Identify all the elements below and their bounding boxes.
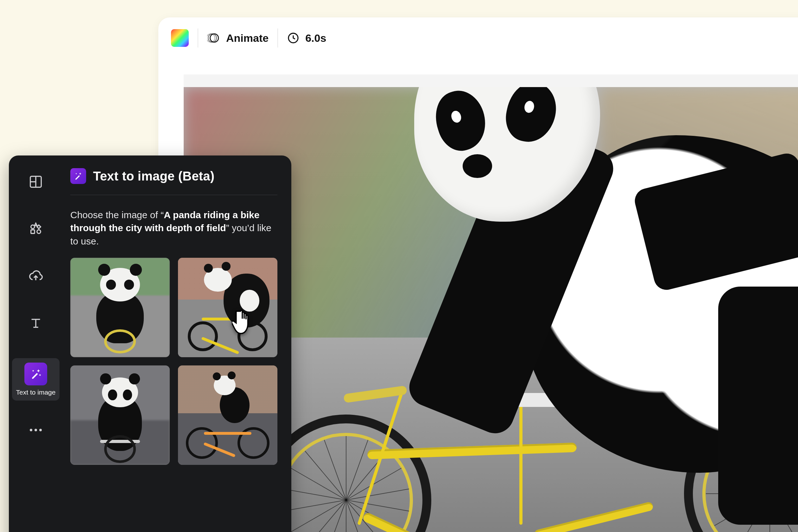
rail-item-templates[interactable] (12, 170, 59, 197)
rail-item-uploads[interactable] (12, 264, 59, 291)
templates-icon (28, 174, 43, 189)
color-picker-button[interactable] (171, 29, 189, 47)
side-panel: Text to image Text to image ( (9, 155, 291, 532)
rail-item-text[interactable] (12, 311, 59, 338)
instruction-text: Choose the image of “A panda riding a bi… (70, 208, 278, 248)
svg-point-7 (37, 230, 40, 234)
rail-item-elements[interactable] (12, 217, 59, 244)
panel-title: Text to image (Beta) (93, 169, 214, 183)
animate-label: Animate (226, 32, 268, 44)
toolbar-divider (278, 28, 278, 48)
duration-label: 6.0s (305, 32, 326, 44)
result-thumb-3[interactable] (70, 365, 170, 465)
elements-icon (28, 221, 43, 236)
panel-body: Text to image (Beta) Choose the image of… (63, 155, 291, 532)
result-thumb-2[interactable] (178, 258, 278, 357)
svg-point-8 (30, 429, 32, 431)
instruction-pre: Choose the image of “ (70, 210, 164, 220)
cloud-upload-icon (28, 268, 43, 283)
animate-icon (207, 31, 221, 45)
svg-point-5 (31, 225, 35, 229)
rail-item-text-to-image[interactable]: Text to image (12, 358, 59, 401)
text-icon (28, 316, 43, 330)
magic-wand-icon (24, 363, 47, 385)
editor-toolbar: Animate 6.0s (158, 17, 798, 59)
result-thumb-4[interactable] (178, 365, 278, 465)
svg-point-9 (35, 429, 37, 431)
svg-point-10 (39, 429, 42, 431)
results-grid (70, 258, 278, 465)
duration-button[interactable]: 6.0s (287, 32, 326, 44)
rail-item-label: Text to image (16, 388, 56, 396)
rail-item-more[interactable] (12, 423, 59, 440)
svg-rect-6 (31, 230, 35, 234)
more-icon (28, 428, 43, 432)
toolbar-divider (197, 28, 198, 48)
clock-icon (287, 32, 300, 44)
animate-button[interactable]: Animate (207, 31, 268, 45)
nav-rail: Text to image (9, 155, 63, 532)
panda-illustration (439, 87, 798, 473)
result-thumb-1[interactable] (70, 258, 170, 357)
svg-point-0 (210, 34, 218, 42)
magic-wand-icon (70, 168, 86, 184)
panel-header: Text to image (Beta) (70, 168, 278, 195)
